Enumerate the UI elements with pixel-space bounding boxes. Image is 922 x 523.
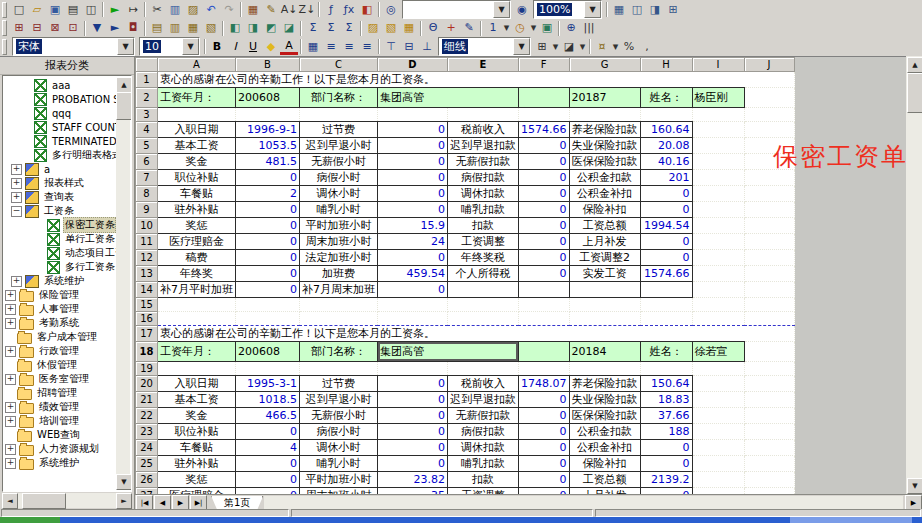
cell-F21[interactable]: 0: [519, 392, 570, 408]
cell-G12[interactable]: 工资调整2: [569, 250, 640, 266]
print-icon[interactable]: ▤: [64, 2, 82, 18]
cell-H14[interactable]: [640, 282, 692, 298]
cell-G21[interactable]: 失业保险扣款: [569, 392, 640, 408]
cell-A24[interactable]: 车餐贴: [158, 440, 236, 456]
bold-icon[interactable]: B: [208, 39, 226, 55]
font-name-combo[interactable]: 宋体▼: [12, 37, 135, 56]
cell-E26[interactable]: 扣款: [448, 472, 519, 488]
expand-toggle-icon[interactable]: +: [5, 346, 16, 357]
expand-toggle-icon[interactable]: +: [11, 276, 22, 287]
cell-E10[interactable]: 扣款: [448, 218, 519, 234]
valign-bottom-icon[interactable]: ⊥: [418, 39, 436, 55]
row-header-23[interactable]: 23: [136, 424, 158, 440]
cell-J14[interactable]: [744, 282, 794, 298]
cell-A9[interactable]: 驻外补贴: [158, 202, 236, 218]
tree-item[interactable]: +报表样式: [3, 176, 116, 190]
cell-F7[interactable]: 0: [519, 170, 570, 186]
cut-icon[interactable]: ✂: [148, 2, 166, 18]
cell-A25[interactable]: 驻外补贴: [158, 456, 236, 472]
row-header-4[interactable]: 4: [136, 122, 158, 138]
cell-D5[interactable]: 0: [378, 138, 448, 154]
cell-I13[interactable]: [692, 266, 744, 282]
cell-B24[interactable]: 4: [236, 440, 300, 456]
zoom-dropdown-icon[interactable]: ▼: [584, 1, 601, 18]
cell-A3[interactable]: [158, 108, 236, 122]
currency-dropdown-icon[interactable]: ▾: [611, 39, 620, 55]
barcode-icon[interactable]: |||: [580, 20, 598, 36]
undo-icon[interactable]: ↶: [202, 2, 220, 18]
font-color-icon[interactable]: A: [280, 39, 298, 55]
cell-C11[interactable]: 周末加班小时: [300, 234, 378, 250]
row-header-13[interactable]: 13: [136, 266, 158, 282]
cell-J4[interactable]: [744, 122, 794, 138]
row-header-15[interactable]: 15: [136, 298, 158, 312]
cell-G11[interactable]: 上月补发: [569, 234, 640, 250]
cell-J3[interactable]: [744, 108, 794, 122]
cell-E24[interactable]: 调休扣款: [448, 440, 519, 456]
column-header-J[interactable]: J: [744, 58, 794, 72]
cell-I19[interactable]: [692, 362, 744, 376]
edit-pen-icon[interactable]: ✎: [460, 20, 478, 36]
sheet-horizontal-scrollbar[interactable]: [264, 496, 903, 509]
expand-toggle-icon[interactable]: +: [5, 304, 16, 315]
name-box-combo[interactable]: ▼: [402, 0, 511, 19]
cell-J15[interactable]: [744, 298, 794, 312]
tree-item[interactable]: −工资条: [3, 204, 116, 218]
line-style-dropdown-icon[interactable]: ▼: [513, 38, 530, 55]
cell-D16[interactable]: [378, 312, 448, 326]
cell-F19[interactable]: [519, 362, 570, 376]
row-header-17[interactable]: 17: [136, 326, 158, 342]
new-document-icon[interactable]: □: [10, 2, 28, 18]
cell-A11[interactable]: 医疗理赔金: [158, 234, 236, 250]
cell-A16[interactable]: [158, 312, 236, 326]
cell-F24[interactable]: 0: [519, 440, 570, 456]
cell-E3[interactable]: [448, 108, 519, 122]
report-export-icon[interactable]: ▧: [202, 20, 220, 36]
cell-H3[interactable]: [640, 108, 692, 122]
name-box-dropdown-icon[interactable]: ▼: [493, 1, 510, 18]
cell-J2[interactable]: [744, 88, 794, 108]
column-header-C[interactable]: C: [300, 58, 378, 72]
tree-scroll-up-icon[interactable]: ▲: [116, 77, 132, 93]
cell-F13[interactable]: 0: [519, 266, 570, 282]
cell-A14[interactable]: 补7月平时加班: [158, 282, 236, 298]
cell-G20[interactable]: 养老保险扣款: [569, 376, 640, 392]
tree-item[interactable]: +考勤系统: [3, 316, 116, 330]
percent-format-icon[interactable]: %: [620, 39, 638, 55]
cell-C24[interactable]: 调休小时: [300, 440, 378, 456]
sheet-vertical-scrollbar[interactable]: ▲ ▼: [906, 57, 922, 494]
cell-I10[interactable]: [692, 218, 744, 234]
tree-item[interactable]: 多行工资条: [3, 260, 116, 274]
expand-toggle-icon[interactable]: +: [5, 318, 16, 329]
cell-I7[interactable]: [692, 170, 744, 186]
cell-J11[interactable]: [744, 234, 794, 250]
cell-G4[interactable]: 养老保险扣款: [569, 122, 640, 138]
delete-row-icon[interactable]: ⊟: [28, 20, 46, 36]
cell-E5[interactable]: 迟到早退扣款: [448, 138, 519, 154]
cell-B22[interactable]: 466.5: [236, 408, 300, 424]
insert-column-icon[interactable]: ⊠: [46, 20, 64, 36]
cell-I23[interactable]: [692, 424, 744, 440]
cell-C6[interactable]: 无薪假小时: [300, 154, 378, 170]
function-icon[interactable]: ƒ: [322, 2, 340, 18]
cell-F22[interactable]: 0: [519, 408, 570, 424]
report-design-icon[interactable]: ▤: [148, 20, 166, 36]
cell-C23[interactable]: 病假小时: [300, 424, 378, 440]
web-publish-icon[interactable]: ⊕: [562, 20, 580, 36]
cell-J25[interactable]: [744, 456, 794, 472]
cell-B19[interactable]: [236, 362, 300, 376]
cell-J19[interactable]: [744, 362, 794, 376]
row-header-2[interactable]: 2: [136, 88, 158, 108]
expand-toggle-icon[interactable]: −: [11, 206, 22, 217]
cell-G13[interactable]: 实发工资: [569, 266, 640, 282]
employee-number[interactable]: 20184: [569, 342, 640, 362]
cell-C9[interactable]: 哺乳小时: [300, 202, 378, 218]
cell-D21[interactable]: 0: [378, 392, 448, 408]
insert-table-icon[interactable]: ▦: [244, 2, 262, 18]
chart-icon[interactable]: ◧: [358, 2, 376, 18]
merge-cells-icon[interactable]: ▦: [304, 39, 322, 55]
cell-H21[interactable]: 18.83: [640, 392, 692, 408]
expand-all-icon[interactable]: ▼: [88, 20, 106, 36]
cell-J10[interactable]: [744, 218, 794, 234]
expand-toggle-icon[interactable]: +: [5, 458, 16, 469]
